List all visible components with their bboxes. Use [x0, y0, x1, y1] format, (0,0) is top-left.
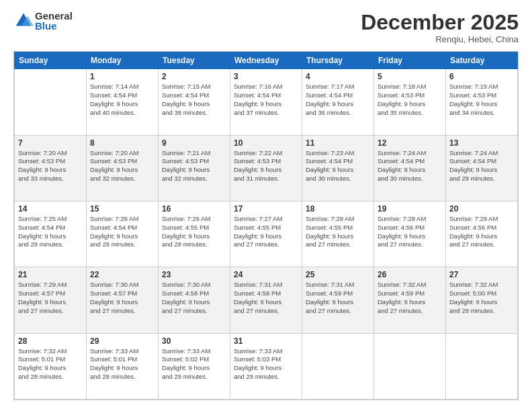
calendar-header-row: Sunday Monday Tuesday Wednesday Thursday… — [15, 52, 518, 69]
day-info: Sunrise: 7:26 AM Sunset: 4:55 PM Dayligh… — [162, 215, 226, 249]
day-info: Sunrise: 7:29 AM Sunset: 4:56 PM Dayligh… — [449, 215, 514, 249]
day-info: Sunrise: 7:29 AM Sunset: 4:57 PM Dayligh… — [18, 281, 83, 315]
day-number: 2 — [162, 72, 226, 81]
day-info: Sunrise: 7:32 AM Sunset: 5:01 PM Dayligh… — [18, 347, 83, 381]
day-number: 28 — [18, 336, 83, 346]
table-row: 11Sunrise: 7:23 AM Sunset: 4:54 PM Dayli… — [302, 135, 374, 201]
day-info: Sunrise: 7:31 AM Sunset: 4:59 PM Dayligh… — [306, 281, 370, 315]
week-row-1: 1Sunrise: 7:14 AM Sunset: 4:54 PM Daylig… — [15, 69, 518, 135]
table-row: 4Sunrise: 7:17 AM Sunset: 4:54 PM Daylig… — [302, 69, 374, 135]
day-number: 6 — [449, 72, 514, 81]
logo-blue: Blue — [35, 21, 73, 31]
week-row-2: 7Sunrise: 7:20 AM Sunset: 4:53 PM Daylig… — [15, 135, 518, 201]
day-number: 27 — [449, 270, 514, 279]
col-saturday: Saturday — [446, 52, 518, 69]
day-info: Sunrise: 7:20 AM Sunset: 4:53 PM Dayligh… — [18, 149, 83, 183]
table-row: 30Sunrise: 7:33 AM Sunset: 5:02 PM Dayli… — [159, 333, 230, 399]
calendar-table: Sunday Monday Tuesday Wednesday Thursday… — [14, 52, 518, 400]
day-info: Sunrise: 7:19 AM Sunset: 4:53 PM Dayligh… — [449, 83, 514, 117]
table-row: 28Sunrise: 7:32 AM Sunset: 5:01 PM Dayli… — [15, 333, 87, 399]
day-info: Sunrise: 7:33 AM Sunset: 5:03 PM Dayligh… — [234, 347, 298, 381]
table-row: 31Sunrise: 7:33 AM Sunset: 5:03 PM Dayli… — [230, 333, 302, 399]
table-row: 22Sunrise: 7:30 AM Sunset: 4:57 PM Dayli… — [87, 267, 159, 333]
day-info: Sunrise: 7:27 AM Sunset: 4:55 PM Dayligh… — [234, 215, 298, 249]
week-row-5: 28Sunrise: 7:32 AM Sunset: 5:01 PM Dayli… — [15, 333, 518, 399]
day-number: 21 — [18, 270, 83, 279]
table-row: 7Sunrise: 7:20 AM Sunset: 4:53 PM Daylig… — [15, 135, 87, 201]
day-number: 14 — [18, 204, 83, 214]
day-info: Sunrise: 7:16 AM Sunset: 4:54 PM Dayligh… — [234, 83, 298, 117]
calendar-body: 1Sunrise: 7:14 AM Sunset: 4:54 PM Daylig… — [15, 69, 518, 400]
day-number: 10 — [234, 138, 298, 148]
day-info: Sunrise: 7:30 AM Sunset: 4:57 PM Dayligh… — [90, 281, 154, 315]
day-number: 7 — [18, 138, 83, 148]
logo-icon — [13, 11, 34, 31]
table-row: 2Sunrise: 7:15 AM Sunset: 4:54 PM Daylig… — [159, 69, 230, 135]
table-row: 10Sunrise: 7:22 AM Sunset: 4:53 PM Dayli… — [230, 135, 302, 201]
day-number: 13 — [449, 138, 514, 148]
day-number: 24 — [234, 270, 298, 279]
table-row — [15, 69, 87, 135]
day-number: 30 — [162, 336, 226, 346]
day-info: Sunrise: 7:18 AM Sunset: 4:53 PM Dayligh… — [378, 83, 442, 117]
day-info: Sunrise: 7:30 AM Sunset: 4:58 PM Dayligh… — [162, 281, 226, 315]
table-row: 21Sunrise: 7:29 AM Sunset: 4:57 PM Dayli… — [15, 267, 87, 333]
table-row: 9Sunrise: 7:21 AM Sunset: 4:53 PM Daylig… — [159, 135, 230, 201]
table-row: 15Sunrise: 7:26 AM Sunset: 4:54 PM Dayli… — [87, 201, 159, 267]
day-info: Sunrise: 7:28 AM Sunset: 4:55 PM Dayligh… — [306, 215, 370, 249]
day-info: Sunrise: 7:33 AM Sunset: 5:01 PM Dayligh… — [90, 347, 154, 381]
day-info: Sunrise: 7:14 AM Sunset: 4:54 PM Dayligh… — [90, 83, 154, 117]
table-row: 8Sunrise: 7:20 AM Sunset: 4:53 PM Daylig… — [87, 135, 159, 201]
col-tuesday: Tuesday — [159, 52, 230, 69]
day-info: Sunrise: 7:22 AM Sunset: 4:53 PM Dayligh… — [234, 149, 298, 183]
table-row: 25Sunrise: 7:31 AM Sunset: 4:59 PM Dayli… — [302, 267, 374, 333]
table-row: 20Sunrise: 7:29 AM Sunset: 4:56 PM Dayli… — [446, 201, 518, 267]
title-block: December 2025 Renqiu, Hebei, China — [361, 11, 519, 44]
day-info: Sunrise: 7:23 AM Sunset: 4:54 PM Dayligh… — [306, 149, 370, 183]
day-info: Sunrise: 7:24 AM Sunset: 4:54 PM Dayligh… — [378, 149, 442, 183]
day-number: 20 — [449, 204, 514, 214]
header: General Blue December 2025 Renqiu, Hebei… — [13, 11, 519, 44]
day-info: Sunrise: 7:24 AM Sunset: 4:54 PM Dayligh… — [449, 149, 514, 183]
table-row — [446, 333, 518, 399]
page: General Blue December 2025 Renqiu, Hebei… — [0, 0, 532, 411]
day-number: 31 — [234, 336, 298, 346]
day-info: Sunrise: 7:15 AM Sunset: 4:54 PM Dayligh… — [162, 83, 226, 117]
day-info: Sunrise: 7:20 AM Sunset: 4:53 PM Dayligh… — [90, 149, 154, 183]
day-info: Sunrise: 7:17 AM Sunset: 4:54 PM Dayligh… — [306, 83, 370, 117]
day-number: 19 — [378, 204, 442, 214]
day-info: Sunrise: 7:21 AM Sunset: 4:53 PM Dayligh… — [162, 149, 226, 183]
table-row: 13Sunrise: 7:24 AM Sunset: 4:54 PM Dayli… — [446, 135, 518, 201]
day-number: 29 — [90, 336, 154, 346]
day-number: 8 — [90, 138, 154, 148]
week-row-3: 14Sunrise: 7:25 AM Sunset: 4:54 PM Dayli… — [15, 201, 518, 267]
table-row: 29Sunrise: 7:33 AM Sunset: 5:01 PM Dayli… — [87, 333, 159, 399]
day-number: 5 — [378, 72, 442, 81]
location-subtitle: Renqiu, Hebei, China — [361, 34, 519, 44]
day-number: 22 — [90, 270, 154, 279]
day-info: Sunrise: 7:32 AM Sunset: 5:00 PM Dayligh… — [449, 281, 514, 315]
logo: General Blue — [13, 11, 73, 31]
day-number: 11 — [306, 138, 370, 148]
day-info: Sunrise: 7:32 AM Sunset: 4:59 PM Dayligh… — [378, 281, 442, 315]
col-friday: Friday — [374, 52, 446, 69]
table-row: 6Sunrise: 7:19 AM Sunset: 4:53 PM Daylig… — [446, 69, 518, 135]
day-info: Sunrise: 7:33 AM Sunset: 5:02 PM Dayligh… — [162, 347, 226, 381]
col-monday: Monday — [87, 52, 159, 69]
calendar: Sunday Monday Tuesday Wednesday Thursday… — [13, 51, 519, 400]
col-thursday: Thursday — [302, 52, 374, 69]
day-info: Sunrise: 7:31 AM Sunset: 4:58 PM Dayligh… — [234, 281, 298, 315]
day-number: 1 — [90, 72, 154, 81]
day-info: Sunrise: 7:28 AM Sunset: 4:56 PM Dayligh… — [378, 215, 442, 249]
day-number: 18 — [306, 204, 370, 214]
day-number: 26 — [378, 270, 442, 279]
table-row: 18Sunrise: 7:28 AM Sunset: 4:55 PM Dayli… — [302, 201, 374, 267]
day-number: 12 — [378, 138, 442, 148]
col-sunday: Sunday — [15, 52, 87, 69]
table-row: 3Sunrise: 7:16 AM Sunset: 4:54 PM Daylig… — [230, 69, 302, 135]
day-number: 23 — [162, 270, 226, 279]
col-wednesday: Wednesday — [230, 52, 302, 69]
day-number: 15 — [90, 204, 154, 214]
table-row — [302, 333, 374, 399]
day-number: 4 — [306, 72, 370, 81]
